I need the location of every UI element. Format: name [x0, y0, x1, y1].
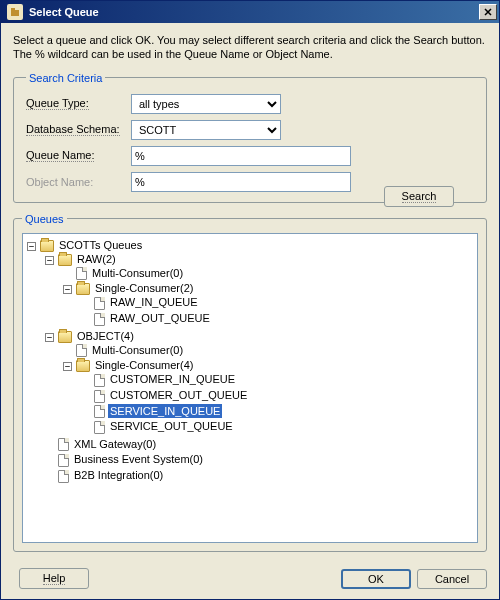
file-icon — [58, 438, 69, 451]
folder-icon — [76, 360, 90, 372]
file-icon — [58, 454, 69, 467]
queue-name-row: Queue Name: — [26, 146, 474, 166]
file-icon — [76, 267, 87, 280]
tree-item-label[interactable]: Business Event System(0) — [72, 452, 205, 466]
tree-leaf-item: CUSTOMER_OUT_QUEUE — [81, 388, 475, 404]
collapse-icon[interactable]: − — [45, 256, 54, 265]
svg-rect-1 — [11, 8, 15, 10]
tree-item-label[interactable]: Multi-Consumer(0) — [90, 266, 185, 280]
tree-item-label[interactable]: Single-Consumer(2) — [93, 281, 195, 295]
object-name-label: Object Name: — [26, 176, 131, 188]
queues-tree-container[interactable]: −SCOTTs Queues−RAW(2)Multi-Consumer(0)−S… — [22, 233, 478, 543]
app-icon — [7, 4, 23, 20]
file-icon — [58, 470, 69, 483]
file-icon — [94, 421, 105, 434]
close-button[interactable] — [479, 4, 497, 20]
queue-name-input[interactable] — [131, 146, 351, 166]
queue-name-label: Queue Name: — [26, 149, 131, 162]
tree-leaf-item: CUSTOMER_IN_QUEUE — [81, 372, 475, 388]
ok-button[interactable]: OK — [341, 569, 411, 589]
tree-item-label[interactable]: SERVICE_OUT_QUEUE — [108, 419, 235, 433]
collapse-icon[interactable]: − — [45, 333, 54, 342]
file-icon — [94, 405, 105, 418]
queues-group: Queues −SCOTTs Queues−RAW(2)Multi-Consum… — [13, 213, 487, 552]
tree-item-label[interactable]: B2B Integration(0) — [72, 468, 165, 482]
collapse-icon[interactable]: − — [63, 362, 72, 371]
tree-item-label[interactable]: OBJECT(4) — [75, 329, 136, 343]
tree-folder-item: −Single-Consumer(4)CUSTOMER_IN_QUEUECUST… — [63, 358, 475, 435]
tree-item-label[interactable]: SCOTTs Queues — [57, 238, 144, 252]
file-icon — [94, 390, 105, 403]
tree-folder-item: −SCOTTs Queues−RAW(2)Multi-Consumer(0)−S… — [27, 238, 475, 485]
search-criteria-legend: Search Criteria — [26, 72, 105, 84]
database-schema-row: Database Schema: SCOTT — [26, 120, 474, 140]
tree-leaf-item: Multi-Consumer(0) — [63, 343, 475, 359]
collapse-icon[interactable]: − — [27, 242, 36, 251]
tree-leaf-item: SERVICE_IN_QUEUE — [81, 404, 475, 420]
tree-item-label[interactable]: Multi-Consumer(0) — [90, 343, 185, 357]
tree-leaf-item: XML Gateway(0) — [45, 437, 475, 453]
tree-folder-item: −OBJECT(4)Multi-Consumer(0)−Single-Consu… — [45, 329, 475, 437]
help-button[interactable]: Help — [19, 568, 89, 589]
titlebar: Select Queue — [1, 1, 499, 23]
tree-item-label[interactable]: RAW(2) — [75, 252, 118, 266]
tree-item-label[interactable]: SERVICE_IN_QUEUE — [108, 404, 222, 418]
collapse-icon[interactable]: − — [63, 285, 72, 294]
tree-leaf-item: RAW_IN_QUEUE — [81, 295, 475, 311]
tree-leaf-item: Multi-Consumer(0) — [63, 266, 475, 282]
tree-leaf-item: SERVICE_OUT_QUEUE — [81, 419, 475, 435]
tree-leaf-item: Business Event System(0) — [45, 452, 475, 468]
object-name-input[interactable] — [131, 172, 351, 192]
queues-tree: −SCOTTs Queues−RAW(2)Multi-Consumer(0)−S… — [25, 238, 475, 485]
file-icon — [94, 374, 105, 387]
tree-item-label[interactable]: Single-Consumer(4) — [93, 358, 195, 372]
file-icon — [94, 297, 105, 310]
tree-folder-item: −RAW(2)Multi-Consumer(0)−Single-Consumer… — [45, 252, 475, 329]
queues-legend: Queues — [22, 213, 67, 225]
folder-icon — [76, 283, 90, 295]
queue-type-label: Queue Type: — [26, 97, 131, 110]
cancel-button[interactable]: Cancel — [417, 569, 487, 589]
dialog-window: Select Queue Select a queue and click OK… — [0, 0, 500, 600]
search-criteria-group: Search Criteria Queue Type: all types Da… — [13, 72, 487, 203]
file-icon — [94, 313, 105, 326]
tree-item-label[interactable]: RAW_OUT_QUEUE — [108, 311, 212, 325]
tree-item-label[interactable]: CUSTOMER_OUT_QUEUE — [108, 388, 249, 402]
button-bar: Help OK Cancel — [13, 562, 487, 591]
dialog-content: Select a queue and click OK. You may sel… — [1, 23, 499, 599]
tree-leaf-item: RAW_OUT_QUEUE — [81, 311, 475, 327]
dialog-title: Select Queue — [29, 6, 479, 18]
tree-item-label[interactable]: CUSTOMER_IN_QUEUE — [108, 372, 237, 386]
database-schema-label: Database Schema: — [26, 123, 131, 136]
folder-icon — [58, 331, 72, 343]
close-icon — [484, 8, 492, 16]
folder-icon — [58, 254, 72, 266]
database-schema-select[interactable]: SCOTT — [131, 120, 281, 140]
instructions-text: Select a queue and click OK. You may sel… — [13, 33, 487, 62]
tree-item-label[interactable]: RAW_IN_QUEUE — [108, 295, 200, 309]
folder-icon — [40, 240, 54, 252]
queue-type-select[interactable]: all types — [131, 94, 281, 114]
search-button[interactable]: Search — [384, 186, 454, 207]
queue-type-row: Queue Type: all types — [26, 94, 474, 114]
svg-rect-0 — [11, 10, 19, 16]
file-icon — [76, 344, 87, 357]
tree-leaf-item: B2B Integration(0) — [45, 468, 475, 484]
tree-folder-item: −Single-Consumer(2)RAW_IN_QUEUERAW_OUT_Q… — [63, 281, 475, 327]
tree-item-label[interactable]: XML Gateway(0) — [72, 437, 158, 451]
